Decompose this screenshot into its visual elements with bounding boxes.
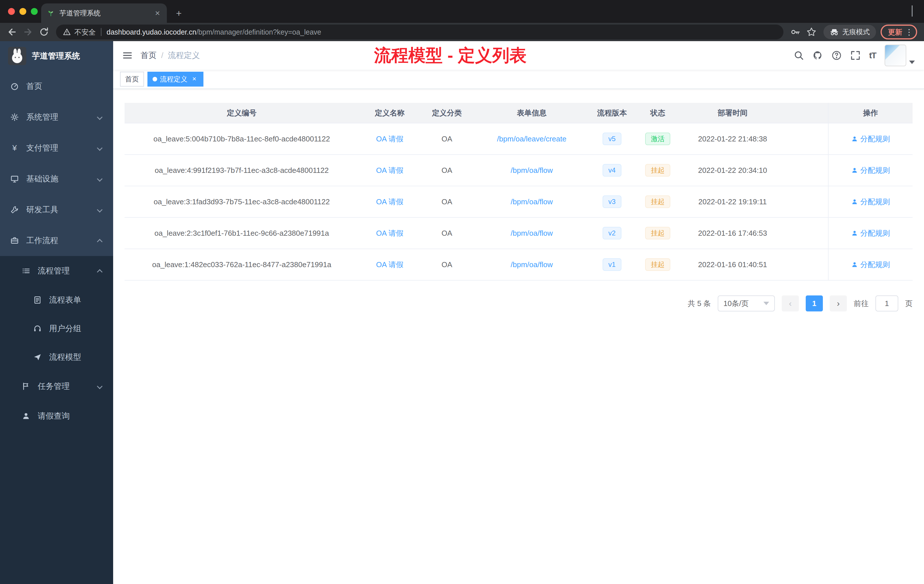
sidebar-item-home[interactable]: 首页: [0, 71, 113, 102]
help-icon[interactable]: [832, 50, 842, 61]
form-link[interactable]: /bpm/oa/flow: [511, 166, 553, 175]
table-row: oa_leave:5:004b710b-7b8a-11ec-8ef0-acde4…: [125, 124, 912, 155]
close-window-button[interactable]: [8, 8, 15, 15]
definition-name-link[interactable]: OA 请假: [376, 228, 403, 238]
person-icon: [851, 167, 858, 174]
status-badge: 激活: [645, 133, 670, 145]
search-icon[interactable]: [794, 50, 804, 61]
main-panel: 首页 / 流程定义 流程模型 - 定义列表 tT: [113, 41, 924, 584]
sidebar-item-payment-management[interactable]: ¥ 支付管理: [0, 133, 113, 163]
tag-home[interactable]: 首页: [120, 72, 144, 87]
reload-icon[interactable]: [36, 25, 51, 40]
goto-page-input[interactable]: [875, 295, 898, 312]
tab-search-chevron-icon[interactable]: [912, 5, 924, 23]
bookmark-star-icon[interactable]: [804, 25, 819, 40]
tab-favicon: [47, 9, 55, 17]
minimize-window-button[interactable]: [20, 8, 26, 15]
form-link[interactable]: /bpm/oa/flow: [511, 198, 553, 206]
fullscreen-icon[interactable]: [850, 50, 861, 61]
app-window: 芋道管理系统 首页 系统管理 ¥ 支付管理 基础设施: [0, 41, 924, 584]
form-link[interactable]: /bpm/oa/flow: [511, 260, 553, 269]
tab-close-icon[interactable]: ×: [154, 9, 161, 17]
breadcrumb-home[interactable]: 首页: [140, 50, 157, 61]
new-tab-button[interactable]: +: [172, 6, 186, 21]
cell-definition-id: oa_leave:4:991f2193-7b7f-11ec-a3c8-acde4…: [125, 155, 359, 186]
form-link[interactable]: /bpm/oa/leave/create: [497, 135, 567, 144]
page-1-button[interactable]: 1: [806, 295, 823, 312]
omnibox-separator: [101, 28, 101, 36]
person-icon: [22, 412, 30, 420]
assign-rule-link[interactable]: 分配规则: [851, 260, 890, 270]
col-actions: 操作: [828, 103, 912, 123]
sidebar-item-leave-query[interactable]: 请假查询: [0, 401, 113, 431]
page-content: 定义编号 定义名称 定义分类 表单信息 流程版本 状态 部署时间 操作 oa_l…: [113, 89, 924, 584]
address-bar[interactable]: 不安全 dashboard.yudao.iocoder.cn/bpm/manag…: [56, 25, 784, 40]
sidebar-item-user-group[interactable]: 用户分组: [0, 314, 113, 343]
status-badge: 挂起: [645, 258, 670, 271]
sidebar-item-system-management[interactable]: 系统管理: [0, 102, 113, 133]
sidebar-item-dev-tools[interactable]: 研发工具: [0, 194, 113, 225]
assign-rule-link[interactable]: 分配规则: [851, 165, 890, 175]
col-status: 状态: [634, 103, 682, 123]
app-header: 首页 / 流程定义 流程模型 - 定义列表 tT: [113, 41, 924, 70]
col-deploy-time: 部署时间: [682, 103, 784, 123]
sidebar-item-process-management[interactable]: 流程管理: [0, 256, 113, 286]
font-size-icon[interactable]: tT: [869, 51, 876, 60]
chevron-up-icon: [97, 239, 102, 244]
browser-menu-icon[interactable]: ⋮: [905, 27, 913, 37]
browser-tab[interactable]: 芋道管理系统 ×: [41, 3, 167, 23]
status-badge: 挂起: [645, 195, 670, 208]
col-definition-category: 定义分类: [421, 103, 473, 123]
user-avatar-menu[interactable]: [884, 45, 915, 66]
wrench-icon: [10, 205, 19, 214]
cell-category: OA: [421, 155, 473, 186]
security-chip[interactable]: 不安全: [63, 27, 96, 37]
assign-rule-link[interactable]: 分配规则: [851, 197, 890, 207]
workflow-submenu: 流程管理 流程表单 用户分组 流程模型 任务管理: [0, 256, 113, 431]
assign-rule-link[interactable]: 分配规则: [851, 228, 890, 238]
status-badge: 挂起: [645, 164, 670, 177]
sidebar-item-workflow[interactable]: 工作流程: [0, 225, 113, 256]
monitor-icon: [10, 175, 19, 183]
back-icon[interactable]: [5, 25, 20, 40]
incognito-badge: 无痕模式: [823, 25, 876, 39]
sidebar-item-process-form[interactable]: 流程表单: [0, 286, 113, 314]
prev-page-button[interactable]: ‹: [782, 295, 799, 312]
table-row: oa_leave:2:3c1f0ef1-76b1-11ec-9c66-a2380…: [125, 218, 912, 249]
avatar[interactable]: [884, 45, 906, 66]
next-page-button[interactable]: ›: [830, 295, 847, 312]
person-icon: [851, 230, 858, 237]
col-definition-name: 定义名称: [359, 103, 421, 123]
tag-close-icon[interactable]: ×: [190, 75, 198, 83]
cell-deploy-time: 2022-01-16 17:46:53: [682, 218, 784, 249]
security-label: 不安全: [74, 27, 96, 37]
definition-name-link[interactable]: OA 请假: [376, 197, 403, 207]
sidebar-item-process-model[interactable]: 流程模型: [0, 343, 113, 371]
sidebar-logo[interactable]: 芋道管理系统: [0, 41, 113, 71]
update-chrome-button[interactable]: 更新 ⋮: [881, 25, 917, 40]
hamburger-icon[interactable]: [122, 50, 132, 61]
cell-category: OA: [421, 218, 473, 249]
chevron-down-icon: [97, 145, 102, 151]
forward-icon[interactable]: [21, 25, 35, 40]
version-badge: v4: [602, 164, 621, 177]
definition-name-link[interactable]: OA 请假: [376, 260, 403, 270]
version-badge: v2: [602, 227, 621, 240]
sidebar-item-infrastructure[interactable]: 基础设施: [0, 163, 113, 194]
form-link[interactable]: /bpm/oa/flow: [511, 229, 553, 238]
cell-deploy-time: 2022-01-16 01:40:51: [682, 249, 784, 280]
sidebar-item-task-management[interactable]: 任务管理: [0, 371, 113, 401]
tag-process-definition[interactable]: 流程定义 ×: [147, 72, 203, 87]
page-size-select[interactable]: 10条/页: [718, 295, 775, 312]
definition-name-link[interactable]: OA 请假: [376, 165, 403, 175]
github-icon[interactable]: [813, 50, 823, 61]
zoom-window-button[interactable]: [31, 8, 38, 15]
cell-category: OA: [421, 249, 473, 280]
person-icon: [851, 135, 858, 142]
status-badge: 挂起: [645, 227, 670, 240]
gear-icon: [10, 113, 19, 121]
password-key-icon[interactable]: [788, 25, 803, 40]
url-text: dashboard.yudao.iocoder.cn/bpm/manager/d…: [107, 28, 321, 36]
assign-rule-link[interactable]: 分配规则: [851, 134, 890, 144]
definition-name-link[interactable]: OA 请假: [376, 134, 403, 144]
